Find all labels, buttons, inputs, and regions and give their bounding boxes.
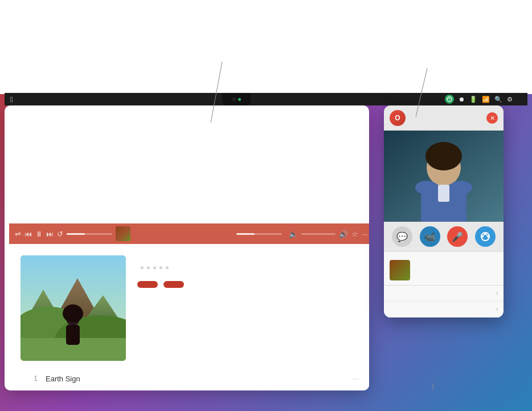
repeat-icon[interactable]: ↺ <box>57 230 63 238</box>
camera-bump <box>222 93 251 105</box>
track-row[interactable]: 2 I Don't 3:23 ··· <box>21 388 362 390</box>
shuffle-icon[interactable]: ⇌ <box>15 230 21 238</box>
mute-button[interactable]: 🎤 <box>447 226 468 247</box>
album-cover-art <box>21 255 126 361</box>
caller-avatar: O <box>390 110 406 126</box>
volume-slider[interactable] <box>301 233 335 235</box>
volume-max-icon: 🔊 <box>339 230 348 238</box>
camera-setting-row[interactable]: › <box>384 286 504 302</box>
track-list: 1 Earth Sign ··· 2 I Don't 3:23 ··· 3 Wh… <box>9 369 369 390</box>
facetime-header: O ✕ <box>384 105 504 131</box>
music-app-window: ⇌ ⏮ ⏸ ⏭ ↺ 🔈 🔊 ☆ ··· <box>5 105 369 390</box>
facetime-settings: › › <box>384 285 504 318</box>
camera-lens <box>232 97 236 101</box>
progress-bar[interactable] <box>67 233 112 235</box>
svg-rect-12 <box>66 325 80 345</box>
play-pause-icon[interactable]: ⏸ <box>35 230 43 238</box>
shuffle-button[interactable] <box>163 281 184 288</box>
current-track-art <box>390 260 410 280</box>
volume-icon: 🔈 <box>289 230 298 238</box>
menu-bar-left:  <box>5 95 38 104</box>
svg-point-3 <box>447 97 452 101</box>
more-icon[interactable]: ··· <box>362 230 368 238</box>
playback-toolbar: ⇌ ⏮ ⏸ ⏭ ↺ 🔈 🔊 ☆ ··· <box>9 223 369 244</box>
current-track <box>390 260 498 280</box>
music-main-content: ★★★★★ 1 Earth Sign ··· 2 I Don't 3:23 <box>9 244 369 390</box>
mic-setting-row[interactable]: › <box>384 302 504 318</box>
album-cover <box>21 255 126 361</box>
track-progress-fill <box>236 233 255 235</box>
next-icon[interactable]: ⏭ <box>46 230 54 238</box>
action-buttons <box>137 281 362 288</box>
menu-bar-right: ⏺ 🔋 📶 🔍 ⚙ <box>445 95 527 104</box>
wifi-icon: 📶 <box>482 96 490 103</box>
chevron-right-icon: › <box>496 290 498 296</box>
star-icon[interactable]: ☆ <box>351 230 358 238</box>
video-button[interactable]: 📹 <box>420 226 440 247</box>
svg-point-19 <box>425 142 462 170</box>
close-button[interactable]: ✕ <box>486 112 498 124</box>
track-row[interactable]: 1 Earth Sign ··· <box>21 369 362 388</box>
track-name: Earth Sign <box>46 375 352 383</box>
search-icon[interactable]: 🔍 <box>494 96 502 103</box>
video-feed <box>384 131 504 222</box>
track-number: 1 <box>24 375 38 382</box>
progress-fill <box>67 233 85 235</box>
play-button[interactable] <box>137 281 158 288</box>
shareplay-button[interactable] <box>475 226 496 247</box>
video-frame <box>384 131 504 222</box>
apple-menu[interactable]:  <box>10 95 13 104</box>
battery-icon: 🔋 <box>469 96 477 103</box>
chevron-right-icon-2: › <box>496 306 498 312</box>
shareplay-badge[interactable] <box>445 95 454 104</box>
facetime-shareplay-popup: O ✕ <box>384 105 504 318</box>
camera-active-indicator <box>238 98 241 101</box>
annotation-area <box>0 0 532 94</box>
message-button[interactable]: 💬 <box>392 226 412 247</box>
album-info: ★★★★★ <box>137 255 362 288</box>
svg-point-22 <box>415 181 438 194</box>
system-menu-bar:  ⏺ 🔋 📶 🔍 ⚙ <box>5 93 527 105</box>
facetime-controls: 💬 📹 🎤 <box>384 222 504 251</box>
control-center-icon[interactable]: ⚙ <box>507 96 513 103</box>
track-progress[interactable] <box>236 233 282 235</box>
prev-icon[interactable]: ⏮ <box>24 230 32 238</box>
toolbar-album-art <box>116 226 130 241</box>
star-rating[interactable]: ★★★★★ <box>140 264 170 271</box>
shareplay-icon <box>480 231 490 242</box>
status-icon-1: ⏺ <box>459 96 465 103</box>
currently-playing-section <box>384 251 504 285</box>
track-more-button[interactable]: ··· <box>352 374 359 383</box>
svg-point-23 <box>449 181 472 194</box>
album-meta: ★★★★★ <box>137 264 362 271</box>
svg-point-13 <box>63 304 83 323</box>
svg-rect-21 <box>438 185 449 202</box>
album-header: ★★★★★ <box>9 244 369 369</box>
